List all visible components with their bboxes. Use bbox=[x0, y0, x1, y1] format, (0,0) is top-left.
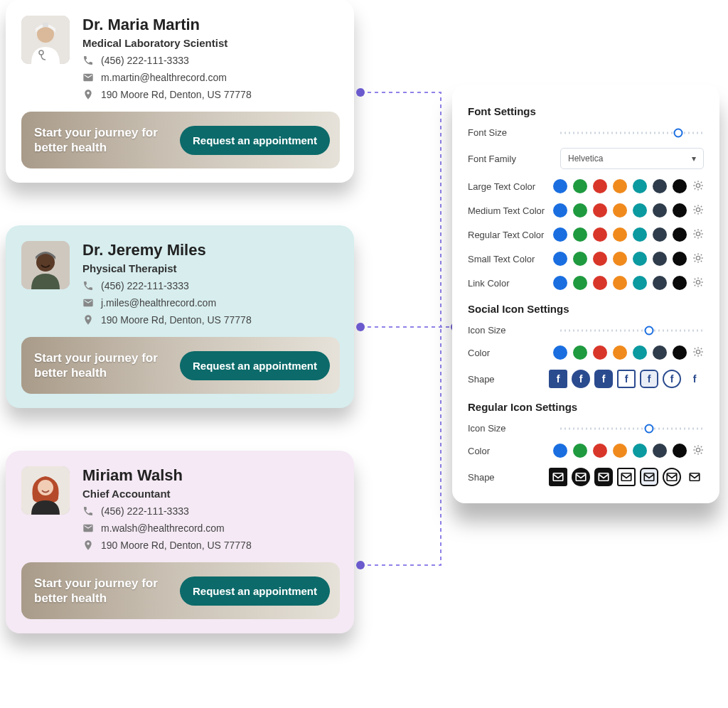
link-color-swatch[interactable] bbox=[573, 276, 587, 290]
medium-text-color-label: Medium Text Color bbox=[468, 205, 553, 216]
large-text-color-swatch[interactable] bbox=[653, 179, 667, 193]
regular-text-color-swatch[interactable] bbox=[673, 227, 687, 242]
regular-text-color-swatch[interactable] bbox=[653, 227, 667, 242]
large-text-color-label: Large Text Color bbox=[468, 181, 553, 192]
large-text-color-swatches bbox=[553, 179, 704, 193]
small-text-color-swatch[interactable] bbox=[633, 252, 647, 266]
avatar bbox=[21, 466, 70, 515]
location-icon bbox=[82, 89, 94, 100]
regular-shape-plain[interactable] bbox=[685, 468, 704, 486]
regular-shape-outline-circle[interactable] bbox=[663, 468, 681, 486]
color-picker-icon[interactable] bbox=[692, 277, 704, 290]
large-text-color-swatch[interactable] bbox=[553, 179, 567, 193]
regular-shape-outline-square[interactable] bbox=[617, 468, 636, 486]
social-shape-outline-round[interactable]: f bbox=[640, 370, 658, 388]
color-picker-icon[interactable] bbox=[692, 204, 704, 218]
color-picker-icon[interactable] bbox=[692, 180, 704, 193]
social-shape-square[interactable]: f bbox=[549, 370, 567, 388]
color-picker-icon[interactable] bbox=[692, 346, 704, 360]
color-picker-icon[interactable] bbox=[692, 228, 704, 242]
regular-color-row: Color bbox=[468, 444, 704, 458]
regular-color-swatch[interactable] bbox=[673, 444, 687, 458]
social-color-swatch[interactable] bbox=[593, 345, 607, 360]
regular-shape-outline-round[interactable] bbox=[640, 468, 658, 486]
color-picker-icon[interactable] bbox=[692, 444, 704, 458]
link-color-swatch[interactable] bbox=[633, 276, 647, 290]
small-text-color-swatch[interactable] bbox=[573, 252, 587, 266]
regular-color-swatch[interactable] bbox=[633, 444, 647, 458]
font-size-slider[interactable] bbox=[560, 128, 704, 138]
large-text-color-swatch[interactable] bbox=[613, 179, 627, 193]
small-text-color-swatch[interactable] bbox=[673, 252, 687, 266]
medium-text-color-swatch[interactable] bbox=[673, 203, 687, 218]
large-text-color-swatch[interactable] bbox=[673, 179, 687, 193]
link-color-swatch[interactable] bbox=[613, 276, 627, 290]
link-color-swatch[interactable] bbox=[673, 276, 687, 290]
large-text-color-swatch[interactable] bbox=[573, 179, 587, 193]
small-text-color-swatch[interactable] bbox=[593, 252, 607, 266]
regular-text-color-swatch[interactable] bbox=[553, 227, 567, 242]
medium-text-color-swatch[interactable] bbox=[613, 203, 627, 218]
regular-settings-heading: Regular Icon Settings bbox=[468, 401, 704, 413]
social-color-swatch[interactable] bbox=[653, 345, 667, 360]
small-text-color-swatch[interactable] bbox=[553, 252, 567, 266]
large-text-color-swatch[interactable] bbox=[633, 179, 647, 193]
social-color-swatch[interactable] bbox=[553, 345, 567, 360]
request-appointment-button[interactable]: Request an appointment bbox=[180, 351, 330, 380]
regular-shape-options bbox=[549, 468, 704, 486]
medium-text-color-swatch[interactable] bbox=[573, 203, 587, 218]
phone-icon bbox=[82, 505, 94, 517]
chevron-down-icon: ▾ bbox=[692, 154, 696, 163]
regular-text-color-swatch[interactable] bbox=[633, 227, 647, 242]
small-text-color-swatch[interactable] bbox=[653, 252, 667, 266]
svg-point-9 bbox=[696, 183, 700, 187]
request-appointment-button[interactable]: Request an appointment bbox=[180, 126, 330, 155]
medium-text-color-swatch[interactable] bbox=[633, 203, 647, 218]
regular-color-swatch[interactable] bbox=[553, 444, 567, 458]
medium-text-color-swatch[interactable] bbox=[653, 203, 667, 218]
social-shape-outline-circle[interactable]: f bbox=[663, 370, 681, 388]
social-icon-size-slider[interactable] bbox=[560, 326, 704, 336]
medium-text-color-row: Medium Text Color bbox=[468, 203, 704, 218]
social-color-swatch[interactable] bbox=[573, 345, 587, 360]
small-text-color-row: Small Text Color bbox=[468, 252, 704, 266]
mail-icon bbox=[82, 297, 94, 309]
regular-text-color-swatches bbox=[553, 227, 704, 242]
social-shape-circle[interactable]: f bbox=[572, 370, 590, 388]
regular-text-color-label: Regular Text Color bbox=[468, 230, 553, 240]
social-color-swatch[interactable] bbox=[613, 345, 627, 360]
large-text-color-swatch[interactable] bbox=[593, 179, 607, 193]
social-shape-plain[interactable]: f bbox=[685, 370, 704, 388]
svg-rect-2 bbox=[43, 23, 48, 27]
regular-color-swatch[interactable] bbox=[653, 444, 667, 458]
regular-color-swatch[interactable] bbox=[593, 444, 607, 458]
social-shape-outline-square[interactable]: f bbox=[617, 370, 636, 388]
regular-text-color-swatch[interactable] bbox=[593, 227, 607, 242]
link-color-swatch[interactable] bbox=[553, 276, 567, 290]
link-color-swatch[interactable] bbox=[593, 276, 607, 290]
font-family-row: Font Family Helvetica ▾ bbox=[468, 148, 704, 169]
regular-text-color-swatch[interactable] bbox=[573, 227, 587, 242]
email-value: m.martin@healthrecord.com bbox=[101, 72, 227, 83]
font-size-label: Font Size bbox=[468, 127, 560, 138]
regular-color-swatch[interactable] bbox=[573, 444, 587, 458]
settings-panel: Font Settings Font Size Font Family Helv… bbox=[452, 85, 719, 503]
color-picker-icon[interactable] bbox=[692, 252, 704, 266]
regular-text-color-swatch[interactable] bbox=[613, 227, 627, 242]
regular-shape-rounded[interactable] bbox=[594, 468, 613, 486]
request-appointment-button[interactable]: Request an appointment bbox=[180, 576, 330, 606]
font-family-select[interactable]: Helvetica ▾ bbox=[560, 148, 704, 169]
regular-color-swatch[interactable] bbox=[613, 444, 627, 458]
social-color-swatch[interactable] bbox=[673, 345, 687, 360]
regular-shape-circle[interactable] bbox=[572, 468, 590, 486]
regular-icon-size-slider[interactable] bbox=[560, 424, 704, 434]
link-color-swatch[interactable] bbox=[653, 276, 667, 290]
social-shape-rounded[interactable]: f bbox=[594, 370, 613, 388]
regular-text-color-row: Regular Text Color bbox=[468, 227, 704, 242]
medium-text-color-swatch[interactable] bbox=[553, 203, 567, 218]
medium-text-color-swatch[interactable] bbox=[593, 203, 607, 218]
social-icon-size-label: Icon Size bbox=[468, 325, 560, 336]
small-text-color-swatch[interactable] bbox=[613, 252, 627, 266]
social-color-swatch[interactable] bbox=[633, 345, 647, 360]
regular-shape-square[interactable] bbox=[549, 468, 567, 486]
